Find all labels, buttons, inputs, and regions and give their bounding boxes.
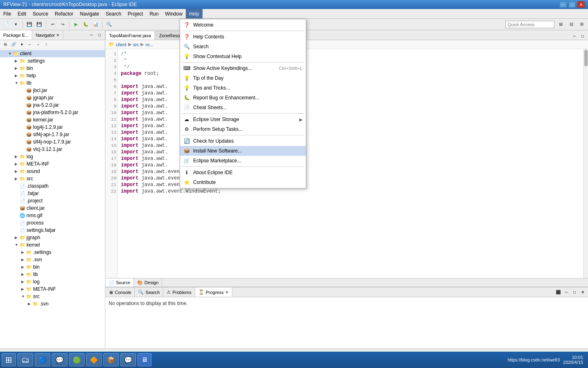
save-all-button[interactable]: 💾 [35, 20, 44, 29]
help-menu-contents[interactable]: ❓ Help Contents [180, 32, 306, 42]
help-menu-cheat-sheets[interactable]: 📄 Cheat Sheets... [180, 103, 306, 112]
menu-window[interactable]: Window [162, 9, 186, 18]
help-menu-install-software[interactable]: 📦 Install New Software... [180, 146, 306, 156]
list-item[interactable]: ▶ 📁 log [0, 278, 105, 285]
list-item[interactable]: 📦 client.jar [0, 204, 105, 212]
menu-run[interactable]: Run [146, 9, 162, 18]
list-item[interactable]: 📦 slf4j-nop-1.7.9.jar [0, 138, 105, 146]
editor-minimize-btn[interactable]: ─ [571, 32, 578, 40]
taskbar-chat1[interactable]: 💬 [52, 353, 67, 366]
breadcrumb-client[interactable]: client [116, 42, 127, 47]
new-button[interactable]: 📄 [2, 20, 11, 29]
help-menu-contextual[interactable]: 💡 Show Contextual Help [180, 52, 306, 61]
menu-navigate[interactable]: Navigate [76, 9, 102, 18]
list-item[interactable]: 📄 .fatjar [0, 190, 105, 197]
list-item[interactable]: ▶ 📁 bin [0, 65, 105, 72]
view-menu-btn[interactable]: ▾ [18, 41, 25, 48]
list-item[interactable]: 📦 kernel.jar [0, 116, 105, 123]
progress-tab-close[interactable]: ✕ [225, 290, 229, 294]
link-editor-btn[interactable]: 🔗 [10, 41, 17, 48]
list-item[interactable]: ▶ 📁 lib [0, 271, 105, 278]
new-dropdown[interactable]: ▾ [11, 20, 20, 29]
taskbar-browser[interactable]: 🔵 [35, 353, 50, 366]
list-item[interactable]: 📄 .classpath [0, 182, 105, 190]
save-button[interactable]: 💾 [25, 20, 34, 29]
list-item[interactable]: 📄 process [0, 219, 105, 227]
taskbar-file-explorer[interactable]: 🗂 [18, 353, 33, 366]
taskbar-chat2[interactable]: 💬 [120, 353, 136, 366]
help-menu-tips-tricks[interactable]: 💡 Tips and Tricks... [180, 83, 306, 93]
perspective-btn3[interactable]: ⚙ [577, 20, 586, 29]
debug-button[interactable]: 🐛 [81, 20, 90, 29]
list-item[interactable]: ▶ 📁 .svn [0, 256, 105, 263]
menu-source[interactable]: Source [29, 9, 51, 18]
list-item[interactable]: ▶ 📁 log [0, 153, 105, 160]
list-item[interactable]: ▶ 📁 jgraph [0, 234, 105, 241]
list-item[interactable]: 📦 jna-platform-5.2.0.jar [0, 109, 105, 116]
menu-help[interactable]: Help [186, 9, 203, 18]
undo-button[interactable]: ↩ [48, 20, 57, 29]
taskbar-eclipse[interactable]: 🖥 [138, 353, 151, 366]
forward-btn[interactable]: → [34, 41, 42, 48]
stop-operations-btn[interactable]: ⬛ [555, 289, 562, 296]
sidebar-minimize-btn[interactable]: ─ [88, 31, 95, 39]
breadcrumb-ro[interactable]: ro... [145, 42, 153, 47]
collapse-all-btn[interactable]: ⊖ [2, 41, 9, 48]
panel-tab-problems[interactable]: ⚠ Problems [163, 287, 195, 297]
editor-tab-topomain[interactable]: TopoMainFrame.java [105, 31, 155, 40]
start-button[interactable]: ⊞ [2, 353, 16, 366]
list-item[interactable]: 📄 .project [0, 197, 105, 204]
taskbar-app1[interactable]: 🟢 [69, 353, 85, 366]
taskbar-app2[interactable]: 🔶 [86, 353, 102, 366]
profile-button[interactable]: 📊 [91, 20, 100, 29]
help-menu-tip[interactable]: 💡 Tip of the Day [180, 73, 306, 83]
help-menu-marketplace[interactable]: 🛒 Eclipse Marketplace... [180, 156, 306, 166]
list-item[interactable]: 📦 jgraph.jar [0, 94, 105, 101]
panel-minimize-btn[interactable]: ─ [563, 289, 570, 296]
help-menu-check-updates[interactable]: 🔄 Check for Updates [180, 136, 306, 146]
menu-file[interactable]: File [0, 9, 14, 18]
list-item[interactable]: ▼ 📁 lib [0, 79, 105, 87]
help-menu-about[interactable]: ℹ About Eclipse IDE [180, 168, 306, 177]
menu-search[interactable]: Search [102, 9, 125, 18]
quick-access-input[interactable] [506, 21, 555, 28]
panel-tab-progress[interactable]: ⏳ Progress ✕ [195, 287, 232, 297]
list-item[interactable]: ▶ 📁 META-INF [0, 160, 105, 168]
list-item[interactable]: 📦 jna-5.2.0.jar [0, 101, 105, 109]
up-btn[interactable]: ↑ [42, 41, 50, 48]
sidebar-maximize-btn[interactable]: □ [96, 31, 103, 39]
minimize-button[interactable]: ─ [559, 1, 567, 8]
perspective-btn1[interactable]: ⊞ [556, 20, 565, 29]
list-item[interactable]: ▶ 📁 .svn [0, 300, 105, 307]
close-button[interactable]: ✕ [577, 1, 585, 8]
tree-root[interactable]: ▼ 📁 client [0, 50, 105, 57]
bottom-tab-design[interactable]: 🎨 Design [134, 278, 162, 287]
breadcrumb-src[interactable]: src [133, 42, 139, 47]
menu-edit[interactable]: Edit [14, 9, 29, 18]
panel-close-btn[interactable]: ✕ [579, 289, 586, 296]
list-item[interactable]: ▶ 📁 META-INF [0, 285, 105, 293]
help-menu-contribute[interactable]: ⭐ Contribute [180, 177, 306, 187]
list-item[interactable]: 📦 vlcj-3.12.1.jar [0, 146, 105, 153]
bottom-tab-source[interactable]: 📄 Source [105, 278, 134, 287]
list-item[interactable]: ▼ 📁 src [0, 293, 105, 300]
sidebar-tab-package[interactable]: Package E... [0, 30, 32, 40]
redo-button[interactable]: ↪ [58, 20, 67, 29]
navigator-tab-close[interactable]: ✕ [56, 33, 60, 37]
help-menu-report-bug[interactable]: 🐛 Report Bug or Enhancement... [180, 93, 306, 103]
help-menu-setup-tasks[interactable]: ⚙ Perform Setup Tasks... [180, 124, 306, 134]
list-item[interactable]: ▶ 📁 sound [0, 168, 105, 175]
help-menu-welcome[interactable]: ❓ Welcome [180, 20, 306, 30]
list-item[interactable]: 🌐 nms.gif [0, 212, 105, 219]
list-item[interactable]: 📦 log4j-1.2.9.jar [0, 123, 105, 131]
list-item[interactable]: ▶ 📁 help [0, 72, 105, 79]
taskbar-package[interactable]: 📦 [103, 353, 119, 366]
back-btn[interactable]: ← [26, 41, 33, 48]
list-item[interactable]: 📦 jbcl.jar [0, 87, 105, 94]
menu-project[interactable]: Project [125, 9, 146, 18]
search-toolbar-btn[interactable]: 🔍 [105, 20, 114, 29]
list-item[interactable]: ▶ 📁 src [0, 175, 105, 182]
sidebar-tab-navigator[interactable]: Navigator ✕ [32, 30, 63, 40]
list-item[interactable]: ▶ 📁 .settings [0, 249, 105, 256]
panel-tab-search[interactable]: 🔍 Search [135, 287, 163, 297]
